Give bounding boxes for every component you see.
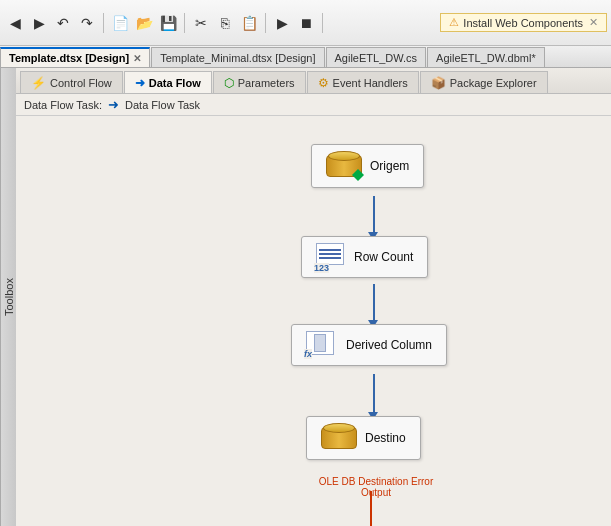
- derived-box[interactable]: fx Derived Column: [291, 324, 447, 366]
- breadcrumb-value: Data Flow Task: [125, 99, 200, 111]
- file-tab-template-minimal[interactable]: Template_Minimal.dtsx [Design]: [151, 47, 324, 67]
- run-button[interactable]: ▶: [271, 12, 293, 34]
- rowcount-icon: 123: [316, 243, 346, 271]
- tab-label: Control Flow: [50, 77, 112, 89]
- destino-cylinder-icon: [321, 423, 357, 453]
- breadcrumb-prefix: Data Flow Task:: [24, 99, 102, 111]
- event-handlers-icon: ⚙: [318, 76, 329, 90]
- file-tab-agile-cs[interactable]: AgileETL_DW.cs: [326, 47, 427, 67]
- node-derived-column[interactable]: fx Derived Column: [291, 324, 447, 366]
- new-button[interactable]: 📄: [109, 12, 131, 34]
- arrow-origem-rowcount: [373, 196, 375, 234]
- file-tab-label: Template_Minimal.dtsx [Design]: [160, 52, 315, 64]
- data-flow-icon: ➜: [135, 76, 145, 90]
- design-area: ⚡ Control Flow ➜ Data Flow ⬡ Parameters …: [16, 68, 611, 526]
- sep1: [103, 13, 104, 33]
- node-destino[interactable]: Destino: [306, 416, 421, 460]
- arrow-destino-errorcount: [356, 491, 386, 526]
- tab-event-handlers[interactable]: ⚙ Event Handlers: [307, 71, 419, 93]
- tab-control-flow[interactable]: ⚡ Control Flow: [20, 71, 123, 93]
- dataflow-task-icon: ➜: [108, 97, 119, 112]
- tab-label: Data Flow: [149, 77, 201, 89]
- file-tab-bar: Template.dtsx [Design] ✕ Template_Minima…: [0, 46, 611, 68]
- derived-column-label: Derived Column: [346, 338, 432, 352]
- tab-label: Event Handlers: [333, 77, 408, 89]
- tab-parameters[interactable]: ⬡ Parameters: [213, 71, 306, 93]
- rowcount-label: Row Count: [354, 250, 413, 264]
- stop-button[interactable]: ⏹: [295, 12, 317, 34]
- close-icon[interactable]: ✕: [133, 53, 141, 64]
- breadcrumb-bar: Data Flow Task: ➜ Data Flow Task: [16, 94, 611, 116]
- file-tab-label: AgileETL_DW.dbml*: [436, 52, 536, 64]
- control-flow-icon: ⚡: [31, 76, 46, 90]
- derived-column-icon: fx: [306, 331, 338, 359]
- copy-button[interactable]: ⎘: [214, 12, 236, 34]
- tab-data-flow[interactable]: ➜ Data Flow: [124, 71, 212, 93]
- sep2: [184, 13, 185, 33]
- destino-label: Destino: [365, 431, 406, 445]
- file-tab-agile-dbml[interactable]: AgileETL_DW.dbml*: [427, 47, 545, 67]
- redo-button[interactable]: ↷: [76, 12, 98, 34]
- install-webcomp-label: Install Web Components: [463, 17, 583, 29]
- parameters-icon: ⬡: [224, 76, 234, 90]
- arrow-rowcount-derived: [373, 284, 375, 322]
- origem-box[interactable]: Origem: [311, 144, 424, 188]
- toolbox-sidebar[interactable]: Toolbox: [0, 68, 16, 526]
- tab-label: Package Explorer: [450, 77, 537, 89]
- origem-cylinder-icon: [326, 151, 362, 181]
- back-button[interactable]: ◀: [4, 12, 26, 34]
- paste-button[interactable]: 📋: [238, 12, 260, 34]
- forward-button[interactable]: ▶: [28, 12, 50, 34]
- cut-button[interactable]: ✂: [190, 12, 212, 34]
- sep3: [265, 13, 266, 33]
- close-icon[interactable]: ✕: [589, 16, 598, 29]
- file-tab-template-dtsx[interactable]: Template.dtsx [Design] ✕: [0, 47, 150, 67]
- open-button[interactable]: 📂: [133, 12, 155, 34]
- toolbar: ◀ ▶ ↶ ↷ 📄 📂 💾 ✂ ⎘ 📋 ▶ ⏹ ⚠ Install Web Co…: [0, 0, 611, 46]
- destino-box[interactable]: Destino: [306, 416, 421, 460]
- origem-label: Origem: [370, 159, 409, 173]
- tab-package-explorer[interactable]: 📦 Package Explorer: [420, 71, 548, 93]
- design-tab-bar: ⚡ Control Flow ➜ Data Flow ⬡ Parameters …: [16, 68, 611, 94]
- rowcount-box[interactable]: 123 Row Count: [301, 236, 428, 278]
- arrow-derived-destino: [373, 374, 375, 414]
- undo-button[interactable]: ↶: [52, 12, 74, 34]
- install-webcomponents-banner[interactable]: ⚠ Install Web Components ✕: [440, 13, 607, 32]
- package-explorer-icon: 📦: [431, 76, 446, 90]
- save-button[interactable]: 💾: [157, 12, 179, 34]
- file-tab-label: Template.dtsx [Design]: [9, 52, 129, 64]
- main-layout: Toolbox ⚡ Control Flow ➜ Data Flow ⬡ Par…: [0, 68, 611, 526]
- node-origem[interactable]: Origem: [311, 144, 424, 188]
- warning-icon: ⚠: [449, 16, 459, 29]
- design-canvas[interactable]: Origem 123 Row Count: [16, 116, 611, 526]
- sep4: [322, 13, 323, 33]
- file-tab-label: AgileETL_DW.cs: [335, 52, 418, 64]
- tab-label: Parameters: [238, 77, 295, 89]
- node-rowcount[interactable]: 123 Row Count: [301, 236, 428, 278]
- toolbox-label: Toolbox: [3, 278, 15, 316]
